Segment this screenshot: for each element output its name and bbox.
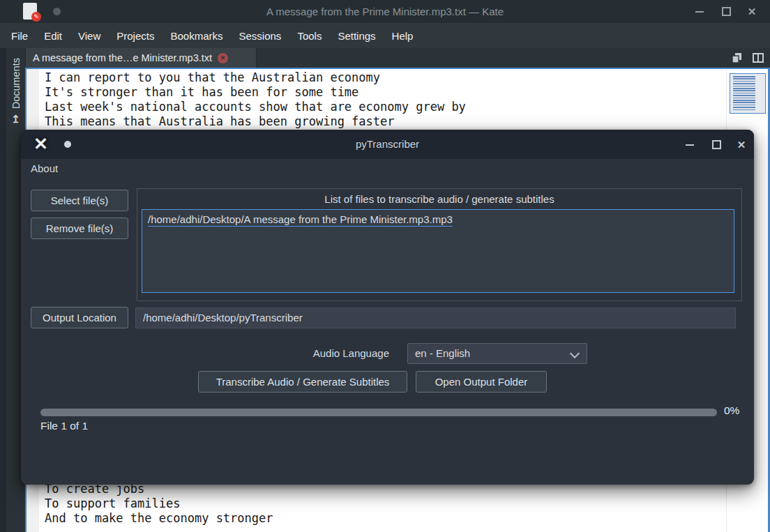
pyt-maximize-button[interactable]: [706, 133, 727, 156]
pyt-minimize-button[interactable]: [679, 133, 700, 156]
open-output-folder-button[interactable]: Open Output Folder: [416, 371, 547, 393]
file-list-item[interactable]: /home/adhi/Desktop/A message from the Pr…: [148, 213, 453, 227]
pytranscriber-window: ✕ pyTranscriber ✕ About Select file(s) R…: [21, 130, 754, 485]
menu-settings[interactable]: Settings: [338, 30, 375, 42]
editor-text-bottom: To create jobsTo support familiesAnd to …: [45, 482, 273, 526]
audio-language-select[interactable]: en - English: [407, 343, 587, 364]
editor-text-top: I can report to you that the Australian …: [45, 70, 466, 129]
kate-menubar: File Edit View Projects Bookmarks Sessio…: [0, 23, 770, 48]
files-listbox[interactable]: /home/adhi/Desktop/A message from the Pr…: [142, 209, 734, 293]
documents-sidebar-label: Documents: [10, 58, 22, 109]
documents-stack-icon[interactable]: [731, 52, 743, 64]
minimap-preview: [733, 76, 755, 110]
screen: ✎ A message from the Prime Minister.mp3.…: [0, 0, 770, 532]
audio-language-label: Audio Language: [279, 347, 389, 359]
output-location-button[interactable]: Output Location: [31, 307, 128, 328]
minimize-icon: [695, 11, 704, 13]
file-status-label: File 1 of 1: [40, 420, 88, 432]
menu-view[interactable]: View: [78, 30, 100, 42]
menu-tools[interactable]: Tools: [297, 30, 322, 42]
files-group-frame: List of files to transcribe audio / gene…: [137, 188, 742, 301]
menu-sessions[interactable]: Sessions: [239, 30, 282, 42]
pyt-close-button[interactable]: ✕: [731, 133, 752, 156]
menu-projects[interactable]: Projects: [116, 30, 154, 42]
close-icon: ✕: [220, 54, 226, 61]
split-view-icon[interactable]: [752, 52, 764, 64]
document-tab-label: A message from the…e Minister.mp3.txt: [33, 52, 212, 63]
close-icon: ✕: [737, 139, 746, 151]
maximize-icon: [712, 140, 721, 149]
chevron-down-icon: [570, 349, 580, 358]
output-path-field[interactable]: /home/adhi/Desktop/pyTranscriber: [135, 307, 736, 328]
pytranscriber-titlebar: ✕ pyTranscriber ✕: [21, 130, 754, 159]
minimize-icon: [686, 144, 694, 146]
remove-files-button[interactable]: Remove file(s): [31, 218, 128, 239]
audio-language-value: en - English: [415, 347, 470, 359]
tab-close-button[interactable]: ✕: [218, 53, 228, 63]
pytranscriber-window-title: pyTranscriber: [21, 138, 754, 150]
files-group-label: List of files to transcribe audio / gene…: [137, 193, 741, 205]
menu-edit[interactable]: Edit: [44, 30, 62, 42]
transcribe-button[interactable]: Transcribe Audio / Generate Subtitles: [198, 371, 407, 393]
kate-close-button[interactable]: ✕: [741, 0, 762, 23]
kate-maximize-button[interactable]: [716, 0, 737, 23]
document-tab[interactable]: A message from the…e Minister.mp3.txt ✕: [25, 48, 257, 68]
progress-percent-label: 0%: [724, 404, 739, 417]
menu-about[interactable]: About: [31, 162, 58, 174]
menu-help[interactable]: Help: [392, 30, 414, 42]
minimap-scrollbar[interactable]: [730, 73, 766, 114]
maximize-icon: [722, 7, 731, 16]
kate-titlebar: ✎ A message from the Prime Minister.mp3.…: [0, 0, 770, 23]
menu-bookmarks[interactable]: Bookmarks: [170, 30, 222, 42]
kate-tabbar: A message from the…e Minister.mp3.txt ✕: [0, 48, 770, 68]
progress-bar: [40, 409, 717, 416]
close-icon: ✕: [748, 6, 757, 18]
kate-window-title: A message from the Prime Minister.mp3.tx…: [0, 6, 770, 17]
select-files-button[interactable]: Select file(s): [31, 190, 128, 211]
menu-file[interactable]: File: [11, 30, 28, 42]
up-arrow-icon: ↥: [11, 113, 20, 126]
kate-minimize-button[interactable]: [689, 0, 710, 23]
